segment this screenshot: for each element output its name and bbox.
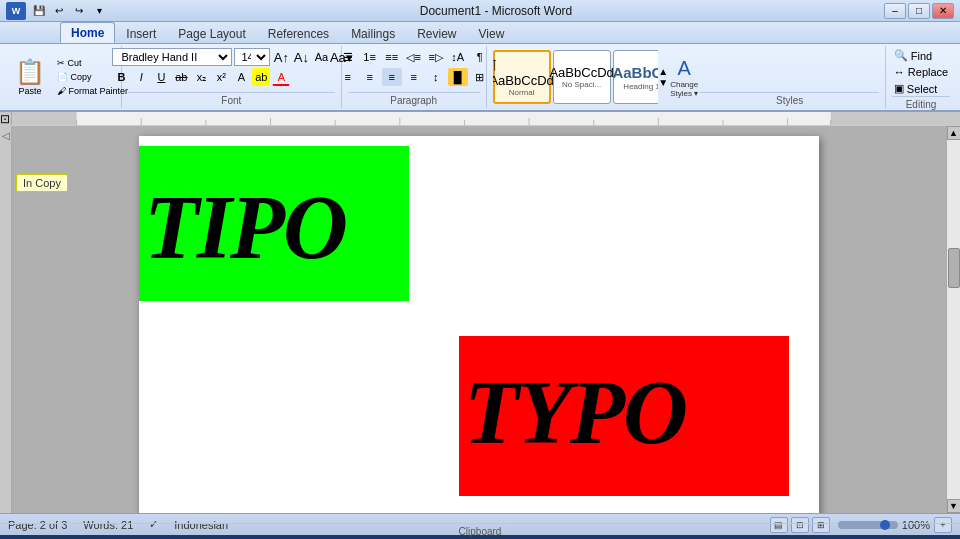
zoom-slider[interactable] (838, 521, 898, 529)
clipboard-label: Clipboard (0, 523, 960, 537)
replace-button[interactable]: ↔ Replace (891, 65, 951, 79)
justify-button[interactable]: ≡ (404, 68, 424, 86)
bold-button[interactable]: B (112, 68, 130, 86)
ribbon-tabs: Home Insert Page Layout References Maili… (0, 22, 960, 44)
style-normal-label: Normal (509, 88, 535, 97)
paste-label: Paste (18, 86, 41, 96)
maximize-button[interactable]: □ (908, 3, 930, 19)
ruler: ⊡ (0, 112, 960, 126)
font-group: Bradley Hand II 140 A↑ A↓ Aa Aa▾ B I U a… (122, 46, 342, 108)
style-no-spacing[interactable]: AaBbCcDd No Spaci... (553, 50, 611, 104)
title-bar: W 💾 ↩ ↪ ▾ Document1 - Microsoft Word – □… (0, 0, 960, 22)
document-page[interactable]: TIPO TYPO (139, 136, 819, 513)
font-size-select[interactable]: 140 (234, 48, 270, 66)
style-heading1[interactable]: AaBbCc Heading 1 (613, 50, 659, 104)
shading-button[interactable]: █ (448, 68, 468, 86)
svg-rect-1 (12, 112, 77, 125)
subscript-button[interactable]: x₂ (192, 68, 210, 86)
view-toggle-icon[interactable]: ◁ (2, 130, 10, 141)
style-normal-preview: ¶ AaBbCcDd (493, 57, 554, 88)
word-app-icon: W (6, 2, 26, 20)
tipo-block: TIPO (139, 146, 409, 301)
tab-mailings[interactable]: Mailings (340, 23, 406, 43)
scroll-thumb[interactable] (948, 248, 960, 288)
change-styles-button[interactable]: A Change Styles ▾ (668, 50, 700, 104)
superscript-button[interactable]: x² (212, 68, 230, 86)
tipo-text: TIPO (144, 176, 346, 279)
font-format-row: B I U ab x₂ x² A ab A (112, 68, 350, 86)
document-area: ◁ In Copy TIPO TYPO ▲ ▼ (0, 126, 960, 513)
style-heading1-label: Heading 1 (623, 82, 658, 91)
clear-format-button[interactable]: Aa (312, 48, 330, 66)
underline-button[interactable]: U (152, 68, 170, 86)
ruler-left-corner[interactable]: ⊡ (0, 112, 12, 125)
strikethrough-button[interactable]: ab (172, 68, 190, 86)
italic-button[interactable]: I (132, 68, 150, 86)
styles-scroll-down[interactable]: ▼ (658, 77, 668, 88)
clipboard-group: 📋 Paste ✂ Cut 📄 Copy 🖌 Format Painter Cl… (4, 46, 122, 108)
font-color-button[interactable]: A (272, 68, 290, 86)
font-name-select[interactable]: Bradley Hand II (112, 48, 232, 66)
decrease-indent-button[interactable]: ◁≡ (404, 48, 424, 66)
tab-home[interactable]: Home (60, 22, 115, 43)
zoom-thumb[interactable] (880, 520, 890, 530)
redo-quick-btn[interactable]: ↪ (70, 2, 88, 20)
tab-review[interactable]: Review (406, 23, 467, 43)
style-no-spacing-label: No Spaci... (562, 80, 601, 89)
styles-scroll-up[interactable]: ▲ (658, 66, 668, 77)
font-name-row: Bradley Hand II 140 A↑ A↓ Aa Aa▾ (112, 48, 350, 66)
left-panel: ◁ (0, 126, 12, 513)
styles-group: ¶ AaBbCcDd Normal AaBbCcDd No Spaci... A… (487, 46, 886, 108)
right-scrollbar: ▲ ▼ (946, 126, 960, 513)
change-styles-label: Change Styles ▾ (670, 80, 698, 98)
scroll-track (947, 140, 961, 499)
bullets-button[interactable]: ☰ (338, 48, 358, 66)
align-buttons-row: ≡ ≡ ≡ ≡ ↕ █ ⊞ (338, 68, 490, 86)
tab-view[interactable]: View (468, 23, 516, 43)
font-label: Font (128, 92, 335, 106)
align-center-button[interactable]: ≡ (360, 68, 380, 86)
grow-font-button[interactable]: A↑ (272, 48, 290, 66)
ruler-main (12, 112, 960, 125)
customize-quick-btn[interactable]: ▾ (90, 2, 108, 20)
multilevel-button[interactable]: ≡≡ (382, 48, 402, 66)
align-right-button[interactable]: ≡ (382, 68, 402, 86)
text-highlight-button[interactable]: ab (252, 68, 270, 86)
incopy-badge: In Copy (16, 174, 68, 192)
tab-insert[interactable]: Insert (115, 23, 167, 43)
scroll-down-button[interactable]: ▼ (947, 499, 961, 513)
find-button[interactable]: 🔍 Find (891, 48, 951, 63)
editing-label: Editing (892, 96, 950, 110)
window-title: Document1 - Microsoft Word (108, 4, 884, 18)
svg-rect-0 (12, 112, 960, 125)
font-controls: Bradley Hand II 140 A↑ A↓ Aa Aa▾ B I U a… (112, 48, 350, 86)
select-button[interactable]: ▣ Select (891, 81, 951, 96)
svg-rect-2 (831, 112, 960, 125)
minimize-button[interactable]: – (884, 3, 906, 19)
styles-list: ¶ AaBbCcDd Normal AaBbCcDd No Spaci... A… (493, 50, 659, 104)
editing-controls: 🔍 Find ↔ Replace ▣ Select (891, 48, 951, 96)
shrink-font-button[interactable]: A↓ (292, 48, 310, 66)
undo-quick-btn[interactable]: ↩ (50, 2, 68, 20)
typo-block: TYPO (459, 336, 789, 496)
window-controls: – □ ✕ (884, 3, 954, 19)
title-bar-left: W 💾 ↩ ↪ ▾ (6, 2, 108, 20)
close-button[interactable]: ✕ (932, 3, 954, 19)
increase-indent-button[interactable]: ≡▷ (426, 48, 446, 66)
list-buttons-row: ☰ 1≡ ≡≡ ◁≡ ≡▷ ↕A ¶ (338, 48, 490, 66)
style-normal[interactable]: ¶ AaBbCcDd Normal (493, 50, 551, 104)
quick-access-toolbar: 💾 ↩ ↪ ▾ (30, 2, 108, 20)
paste-icon: 📋 (15, 58, 45, 86)
sort-button[interactable]: ↕A (448, 48, 468, 66)
scroll-up-button[interactable]: ▲ (947, 126, 961, 140)
line-spacing-button[interactable]: ↕ (426, 68, 446, 86)
align-left-button[interactable]: ≡ (338, 68, 358, 86)
numbering-button[interactable]: 1≡ (360, 48, 380, 66)
save-quick-btn[interactable]: 💾 (30, 2, 48, 20)
tab-page-layout[interactable]: Page Layout (167, 23, 256, 43)
tab-references[interactable]: References (257, 23, 340, 43)
format-painter-button[interactable]: 🖌 Format Painter (54, 85, 131, 97)
text-effects-button[interactable]: A (232, 68, 250, 86)
paste-button[interactable]: 📋 Paste (10, 56, 50, 98)
styles-label: Styles (700, 92, 879, 106)
